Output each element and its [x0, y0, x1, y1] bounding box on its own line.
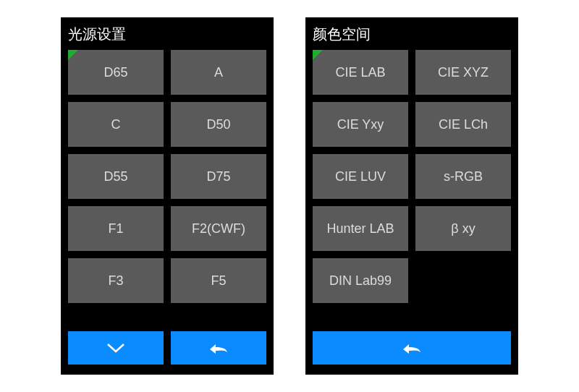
option-srgb[interactable]: s-RGB [415, 154, 511, 199]
option-cie-lch[interactable]: CIE LCh [415, 102, 511, 147]
option-grid: D65 A C D50 D55 D75 F1 F2(CWF) F3 F5 [68, 50, 266, 303]
back-arrow-icon [207, 341, 230, 355]
selected-indicator-icon [68, 50, 78, 60]
panel-title: 光源设置 [61, 17, 274, 50]
option-empty [415, 258, 511, 303]
option-d55[interactable]: D55 [68, 154, 164, 199]
option-cie-luv[interactable]: CIE LUV [313, 154, 408, 199]
chevron-down-icon [106, 341, 126, 354]
light-source-panel: 光源设置 D65 A C D50 D55 D75 F1 F2(CWF) F3 F… [61, 17, 274, 375]
option-f2cwf[interactable]: F2(CWF) [171, 206, 266, 251]
option-c[interactable]: C [68, 102, 164, 147]
option-f3[interactable]: F3 [68, 258, 164, 303]
color-space-panel: 颜色空间 CIE LAB CIE XYZ CIE Yxy CIE LCh CIE… [305, 17, 518, 375]
option-f5[interactable]: F5 [171, 258, 266, 303]
footer-bar [61, 331, 274, 375]
option-beta-xy[interactable]: β xy [415, 206, 511, 251]
grid-wrap: D65 A C D50 D55 D75 F1 F2(CWF) F3 F5 [61, 50, 274, 331]
grid-wrap: CIE LAB CIE XYZ CIE Yxy CIE LCh CIE LUV … [305, 50, 518, 331]
back-arrow-icon [400, 341, 423, 355]
option-a[interactable]: A [171, 50, 266, 95]
page-down-button[interactable] [68, 331, 164, 365]
option-cie-yxy[interactable]: CIE Yxy [313, 102, 408, 147]
option-cie-lab[interactable]: CIE LAB [313, 50, 408, 95]
option-grid: CIE LAB CIE XYZ CIE Yxy CIE LCh CIE LUV … [313, 50, 511, 303]
footer-bar [305, 331, 518, 375]
option-d75[interactable]: D75 [171, 154, 266, 199]
option-din-lab99[interactable]: DIN Lab99 [313, 258, 408, 303]
back-button[interactable] [171, 331, 266, 365]
option-d65[interactable]: D65 [68, 50, 164, 95]
panel-title: 颜色空间 [305, 17, 518, 50]
option-cie-xyz[interactable]: CIE XYZ [415, 50, 511, 95]
back-button[interactable] [313, 331, 511, 365]
option-d50[interactable]: D50 [171, 102, 266, 147]
option-hunter-lab[interactable]: Hunter LAB [313, 206, 408, 251]
option-f1[interactable]: F1 [68, 206, 164, 251]
selected-indicator-icon [313, 50, 323, 60]
